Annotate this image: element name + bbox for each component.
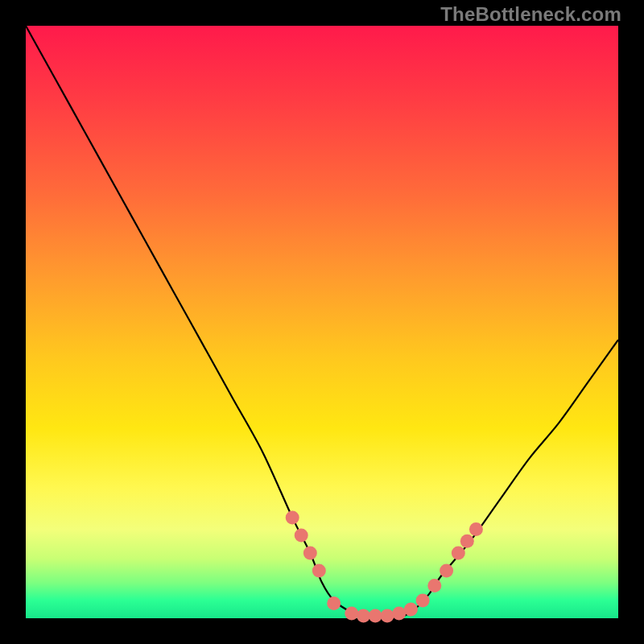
curve-marker bbox=[345, 607, 358, 621]
curve-marker bbox=[286, 510, 299, 524]
curve-marker bbox=[369, 609, 382, 623]
bottleneck-curve bbox=[26, 26, 618, 619]
curve-marker bbox=[469, 522, 483, 536]
curve-marker bbox=[327, 597, 341, 610]
curve-marker bbox=[452, 547, 465, 560]
plot-area bbox=[26, 26, 618, 618]
curve-marker bbox=[303, 547, 317, 560]
curve-markers bbox=[286, 510, 483, 622]
curve-marker bbox=[381, 609, 394, 623]
curve-marker bbox=[312, 564, 326, 578]
watermark-text: TheBottleneck.com bbox=[440, 3, 621, 26]
chart-frame: TheBottleneck.com bbox=[0, 0, 644, 644]
curve-marker bbox=[440, 564, 453, 578]
curve-svg bbox=[26, 26, 618, 618]
curve-marker bbox=[404, 603, 418, 617]
curve-marker bbox=[295, 529, 308, 543]
curve-marker bbox=[416, 593, 430, 607]
curve-marker bbox=[460, 535, 474, 548]
curve-marker bbox=[392, 607, 406, 621]
curve-marker bbox=[357, 609, 370, 623]
curve-marker bbox=[427, 579, 441, 592]
